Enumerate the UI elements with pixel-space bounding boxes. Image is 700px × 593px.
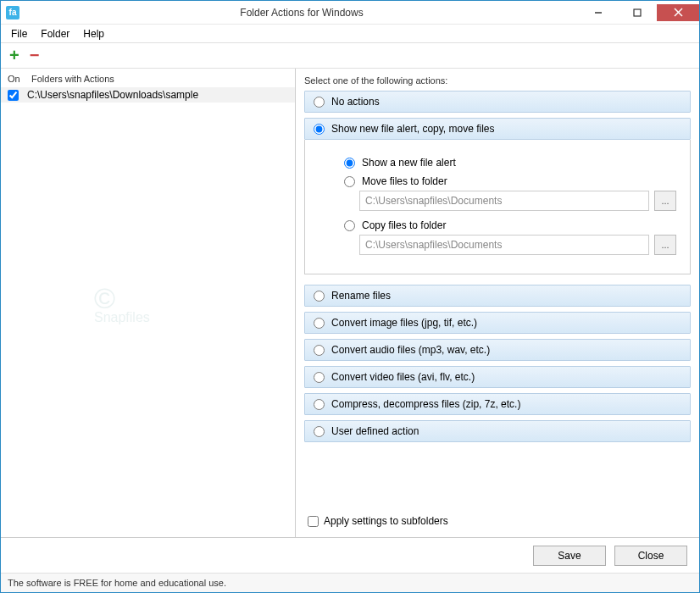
menu-file[interactable]: File (4, 26, 34, 42)
option-label: No actions (331, 96, 380, 108)
close-dialog-button[interactable]: Close (614, 546, 687, 566)
browse-copy-button[interactable]: ... (654, 235, 676, 255)
col-header-folders: Folders with Actions (31, 74, 288, 84)
menubar: File Folder Help (1, 25, 699, 43)
move-path-input[interactable] (359, 191, 649, 211)
sub-option-copy[interactable]: Copy files to folder (344, 219, 676, 231)
remove-folder-button[interactable]: − (30, 46, 40, 65)
col-header-on: On (8, 74, 31, 84)
option-no-actions[interactable]: No actions (304, 91, 691, 113)
move-path-row: ... (359, 191, 676, 211)
radio-user-defined[interactable] (314, 426, 325, 437)
watermark: © Snapfiles (94, 282, 150, 325)
window-controls (579, 4, 699, 21)
option-label: Show new file alert, copy, move files (331, 123, 495, 135)
folder-enabled-checkbox[interactable] (8, 90, 19, 101)
toolbar: + − (1, 43, 699, 69)
save-button[interactable]: Save (533, 546, 606, 566)
radio-compress[interactable] (314, 399, 325, 410)
option-compress[interactable]: Compress, decompress files (zip, 7z, etc… (304, 393, 691, 415)
option-label: Convert image files (jpg, tif, etc.) (331, 317, 477, 329)
button-bar: Save Close (1, 538, 699, 574)
radio-no-actions[interactable] (314, 97, 325, 108)
menu-folder[interactable]: Folder (34, 26, 76, 42)
radio-move[interactable] (344, 176, 355, 187)
sub-label: Move files to folder (362, 175, 447, 187)
folders-header: On Folders with Actions (1, 69, 295, 87)
option-rename[interactable]: Rename files (304, 285, 691, 307)
app-window: fa Folder Actions for Windows File Folde… (0, 0, 700, 593)
option-convert-audio[interactable]: Convert audio files (mp3, wav, etc.) (304, 339, 691, 361)
sub-option-show-alert[interactable]: Show a new file alert (344, 157, 676, 169)
apply-subfolders-label: Apply settings to subfolders (324, 515, 448, 527)
app-icon: fa (6, 6, 19, 19)
close-button[interactable] (657, 4, 699, 21)
apply-subfolders-row[interactable]: Apply settings to subfolders (304, 510, 691, 530)
menu-help[interactable]: Help (76, 26, 111, 42)
radio-rename[interactable] (314, 291, 325, 302)
folders-panel: On Folders with Actions C:\Users\snapfil… (1, 69, 296, 537)
sub-label: Show a new file alert (362, 157, 456, 169)
radio-copy[interactable] (344, 220, 355, 231)
maximize-button[interactable] (618, 4, 657, 21)
folders-list: C:\Users\snapfiles\Downloads\sample © Sn… (1, 87, 295, 537)
folder-row[interactable]: C:\Users\snapfiles\Downloads\sample (1, 87, 295, 103)
apply-subfolders-checkbox[interactable] (308, 516, 319, 527)
copy-path-row: ... (359, 235, 676, 255)
sub-option-move[interactable]: Move files to folder (344, 175, 676, 187)
option-label: Rename files (331, 290, 391, 302)
option-convert-video[interactable]: Convert video files (avi, flv, etc.) (304, 366, 691, 388)
window-title: Folder Actions for Windows (25, 7, 579, 19)
option-show-alert-group[interactable]: Show new file alert, copy, move files (304, 118, 691, 140)
radio-convert-audio[interactable] (314, 345, 325, 356)
radio-show-alert-group[interactable] (314, 124, 325, 135)
actions-panel: Select one of the following actions: No … (296, 69, 699, 537)
option-convert-image[interactable]: Convert image files (jpg, tif, etc.) (304, 312, 691, 334)
sub-label: Copy files to folder (362, 219, 446, 231)
option-label: Convert audio files (mp3, wav, etc.) (331, 344, 490, 356)
option-user-defined[interactable]: User defined action (304, 420, 691, 442)
folder-path: C:\Users\snapfiles\Downloads\sample (27, 89, 198, 101)
svg-rect-1 (634, 9, 641, 16)
radio-show-alert[interactable] (344, 158, 355, 169)
radio-convert-image[interactable] (314, 318, 325, 329)
option-label: Convert video files (avi, flv, etc.) (331, 371, 475, 383)
radio-convert-video[interactable] (314, 372, 325, 383)
option-label: User defined action (331, 425, 419, 437)
alert-sub-panel: Show a new file alert Move files to fold… (304, 140, 691, 274)
browse-move-button[interactable]: ... (654, 191, 676, 211)
actions-title: Select one of the following actions: (304, 75, 691, 86)
option-label: Compress, decompress files (zip, 7z, etc… (331, 398, 520, 410)
minimize-button[interactable] (579, 4, 618, 21)
copy-path-input[interactable] (359, 235, 649, 255)
main-area: On Folders with Actions C:\Users\snapfil… (1, 69, 699, 538)
add-folder-button[interactable]: + (9, 46, 19, 65)
titlebar: fa Folder Actions for Windows (1, 1, 699, 25)
status-bar: The software is FREE for home and educat… (1, 574, 699, 592)
